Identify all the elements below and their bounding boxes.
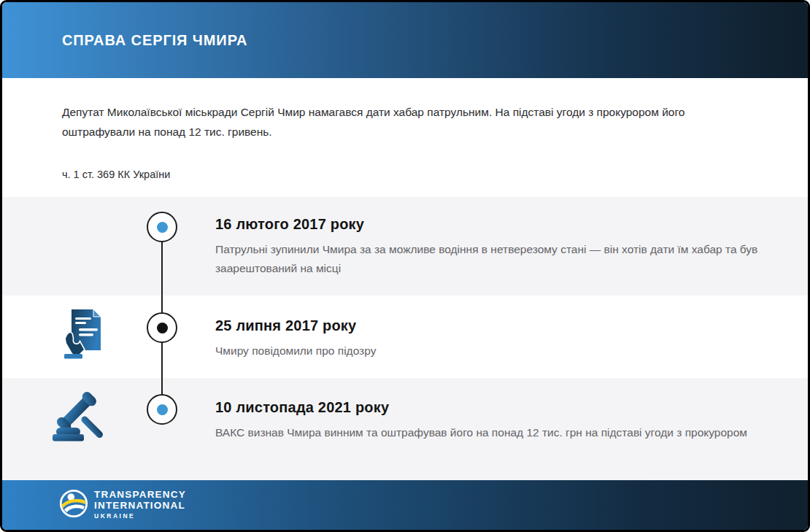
- timeline-marker: [147, 394, 177, 425]
- event-description: Патрульні зупинили Чмира за за можливе в…: [215, 240, 776, 279]
- event-description: Чмиру повідомили про підозру: [215, 342, 776, 361]
- event-description: ВАКС визнав Чмира винним та оштрафував й…: [215, 423, 776, 442]
- marker-dot-blue: [157, 222, 168, 233]
- event-content: 16 лютого 2017 року Патрульні зупинили Ч…: [215, 216, 776, 279]
- logo-wordmark: TRANSPARENCY INTERNATIONAL UKRAINE: [94, 490, 186, 520]
- event-date: 25 липня 2017 року: [215, 317, 776, 334]
- law-reference: ч. 1 ст. 369 КК України: [62, 169, 744, 180]
- case-description: Депутат Миколаївської міськради Сергій Ч…: [62, 102, 744, 142]
- timeline: 16 лютого 2017 року Патрульні зупинили Ч…: [2, 197, 808, 480]
- event-date: 16 лютого 2017 року: [215, 216, 776, 233]
- logo-line-ukraine: UKRAINE: [94, 513, 186, 520]
- document-in-hand-icon: [62, 307, 106, 366]
- timeline-event-suspicion: 25 липня 2017 року Чмиру повідомили про …: [2, 296, 808, 378]
- event-content: 10 листопада 2021 року ВАКС визнав Чмира…: [215, 399, 776, 442]
- page-title: СПРАВА СЕРГІЯ ЧМИРА: [62, 32, 247, 49]
- transparency-international-globe-icon: [59, 489, 88, 521]
- case-summary-section: Депутат Миколаївської міськради Сергій Ч…: [2, 78, 808, 197]
- timeline-event-arrest: 16 лютого 2017 року Патрульні зупинили Ч…: [2, 197, 808, 296]
- marker-dot-blue: [157, 404, 168, 415]
- header-banner: СПРАВА СЕРГІЯ ЧМИРА: [2, 2, 808, 78]
- event-date: 10 листопада 2021 року: [215, 399, 776, 416]
- footer-banner: TRANSPARENCY INTERNATIONAL UKRAINE: [2, 480, 808, 530]
- gavel-icon: [50, 392, 113, 449]
- infographic-canvas: СПРАВА СЕРГІЯ ЧМИРА Депутат Миколаївсько…: [0, 0, 810, 532]
- marker-dot-black: [157, 323, 168, 334]
- logo-line-international: INTERNATIONAL: [94, 501, 186, 512]
- timeline-event-verdict: 10 листопада 2021 року ВАКС визнав Чмира…: [2, 378, 808, 480]
- logo-line-transparency: TRANSPARENCY: [94, 490, 186, 501]
- event-content: 25 липня 2017 року Чмиру повідомили про …: [215, 317, 776, 361]
- transparency-international-logo: TRANSPARENCY INTERNATIONAL UKRAINE: [59, 489, 186, 521]
- timeline-marker: [147, 312, 177, 343]
- timeline-marker: [147, 212, 177, 242]
